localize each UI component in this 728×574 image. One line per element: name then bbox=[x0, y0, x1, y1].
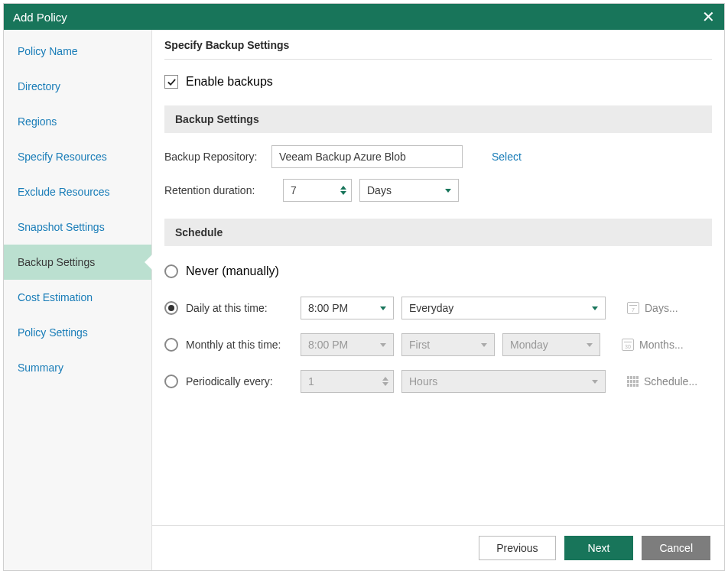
repo-select-link[interactable]: Select bbox=[492, 151, 522, 163]
backup-settings-header: Backup Settings bbox=[164, 105, 712, 133]
schedule-daily-label: Daily at this time: bbox=[186, 302, 293, 314]
sidebar-item-cost-estimation[interactable]: Cost Estimation bbox=[4, 280, 151, 315]
dialog-footer: Previous Next Cancel bbox=[152, 525, 724, 570]
titlebar: Add Policy ✕ bbox=[4, 4, 724, 30]
monthly-months-link[interactable]: 30 Months... bbox=[622, 339, 689, 351]
sidebar-item-snapshot-settings[interactable]: Snapshot Settings bbox=[4, 209, 151, 245]
monthly-ordinal-select: First bbox=[401, 333, 495, 356]
daily-day-select[interactable]: Everyday bbox=[401, 297, 606, 319]
grid-icon bbox=[627, 376, 639, 387]
chevron-up-icon[interactable] bbox=[340, 186, 346, 190]
dialog-body: Policy Name Directory Regions Specify Re… bbox=[4, 30, 724, 570]
sidebar-item-policy-settings[interactable]: Policy Settings bbox=[4, 315, 151, 350]
schedule-monthly-label: Monthly at this time: bbox=[186, 339, 293, 351]
schedule-never-label: Never (manually) bbox=[186, 264, 279, 278]
page-title: Specify Backup Settings bbox=[164, 39, 712, 59]
schedule-periodic-radio[interactable] bbox=[164, 375, 178, 388]
dialog-title: Add Policy bbox=[13, 11, 67, 24]
chevron-down-icon bbox=[592, 306, 598, 310]
sidebar-item-backup-settings[interactable]: Backup Settings bbox=[4, 245, 151, 280]
sidebar-item-policy-name[interactable]: Policy Name bbox=[4, 34, 151, 69]
close-icon[interactable]: ✕ bbox=[702, 9, 715, 24]
checkmark-icon bbox=[167, 77, 177, 87]
chevron-down-icon bbox=[481, 343, 487, 347]
monthly-day-select: Monday bbox=[502, 333, 600, 356]
sidebar-item-summary[interactable]: Summary bbox=[4, 350, 151, 385]
enable-backups-row: Enable backups bbox=[164, 75, 712, 89]
periodic-value-stepper bbox=[301, 370, 394, 393]
chevron-down-icon[interactable] bbox=[340, 191, 346, 195]
chevron-down-icon bbox=[380, 306, 386, 310]
chevron-down-icon bbox=[382, 382, 388, 386]
monthly-time-select: 8:00 PM bbox=[301, 333, 394, 356]
enable-backups-label: Enable backups bbox=[186, 75, 273, 89]
retention-value-stepper[interactable] bbox=[283, 179, 352, 202]
cancel-button[interactable]: Cancel bbox=[642, 536, 710, 560]
sidebar-item-exclude-resources[interactable]: Exclude Resources bbox=[4, 174, 151, 209]
daily-time-select[interactable]: 8:00 PM bbox=[301, 297, 394, 319]
next-button[interactable]: Next bbox=[564, 536, 634, 560]
repo-label: Backup Repository: bbox=[164, 151, 264, 163]
wizard-sidebar: Policy Name Directory Regions Specify Re… bbox=[4, 30, 152, 570]
sidebar-item-specify-resources[interactable]: Specify Resources bbox=[4, 139, 151, 174]
periodic-value-input bbox=[301, 371, 347, 392]
add-policy-dialog: Add Policy ✕ Policy Name Directory Regio… bbox=[3, 3, 725, 571]
repo-input[interactable] bbox=[271, 145, 463, 168]
schedule-never-radio[interactable] bbox=[164, 264, 178, 278]
chevron-down-icon bbox=[445, 189, 451, 193]
retention-unit-value: Days bbox=[367, 184, 392, 196]
retention-label: Retention duration: bbox=[164, 184, 275, 196]
chevron-down-icon bbox=[587, 343, 593, 347]
retention-value-input[interactable] bbox=[284, 180, 330, 201]
schedule-header: Schedule bbox=[164, 219, 712, 246]
daily-days-link[interactable]: 7 Days... bbox=[627, 302, 694, 314]
schedule-monthly-radio[interactable] bbox=[164, 338, 178, 352]
schedule-daily-radio[interactable] bbox=[164, 301, 178, 315]
retention-unit-select[interactable]: Days bbox=[359, 179, 459, 202]
enable-backups-checkbox[interactable] bbox=[164, 75, 178, 89]
previous-button[interactable]: Previous bbox=[479, 536, 555, 560]
sidebar-item-regions[interactable]: Regions bbox=[4, 104, 151, 139]
chevron-up-icon bbox=[382, 377, 388, 381]
calendar-icon: 7 bbox=[627, 302, 639, 314]
sidebar-item-directory[interactable]: Directory bbox=[4, 69, 151, 104]
schedule-periodic-label: Periodically every: bbox=[186, 375, 293, 388]
chevron-down-icon bbox=[380, 343, 386, 347]
main-panel: Specify Backup Settings Enable backups B… bbox=[152, 30, 724, 570]
periodic-schedule-link[interactable]: Schedule... bbox=[627, 375, 697, 388]
chevron-down-icon bbox=[592, 380, 598, 384]
calendar-icon: 30 bbox=[622, 339, 634, 351]
periodic-unit-select: Hours bbox=[401, 370, 606, 393]
